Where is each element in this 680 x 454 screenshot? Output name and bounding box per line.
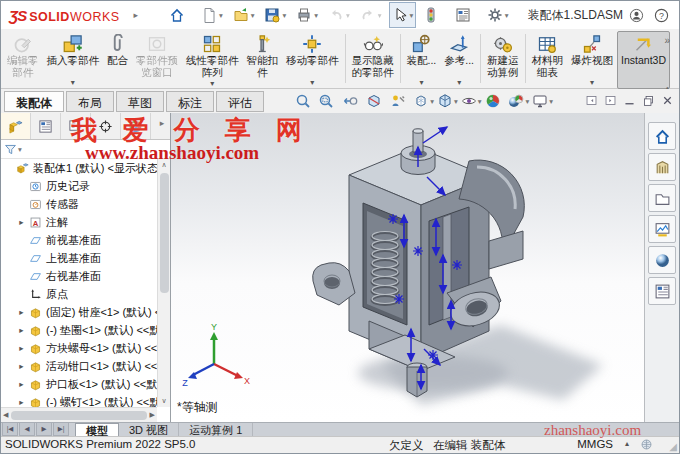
doc-restore-button[interactable] (640, 92, 657, 109)
tab-motionstudy1[interactable]: 运动算例 1 (179, 423, 253, 437)
expander-icon[interactable]: ▸ (16, 307, 27, 317)
dropdown-arrow-icon[interactable]: ▾ (505, 11, 509, 20)
panel-expand-chevron-icon[interactable]: ▸ (156, 118, 168, 128)
view-settings-button[interactable]: ▾ (532, 93, 553, 109)
appearances-button[interactable] (648, 246, 676, 274)
rebuild-button[interactable]: ▾ (420, 2, 448, 28)
pane-previous-button[interactable] (583, 92, 600, 109)
tree-item-assembly-root[interactable]: ▸ 装配体1 (默认) <显示状态- (1, 159, 157, 177)
select-tool-button[interactable]: ▾ (389, 2, 417, 28)
tree-item-right-plane[interactable]: ▸ 右视基准面 (1, 267, 157, 285)
tree-item-screw[interactable]: ▸ (-) 螺钉<1> (默认) <<默 (1, 393, 157, 407)
dropdown-arrow-icon[interactable]: ▾ (210, 79, 214, 89)
tree-item-origin[interactable]: ▸ 原点 (1, 285, 157, 303)
insert-component-button[interactable]: 插入零部件 ▾ (43, 31, 104, 89)
vertical-scroll-thumb[interactable] (160, 173, 169, 293)
horizontal-scroll-thumb[interactable] (11, 411, 146, 420)
tree-horizontal-scrollbar[interactable]: ◀ ▶ (1, 407, 157, 422)
mate-button[interactable]: 配合 ▾ (103, 31, 132, 89)
dropdown-arrow-icon[interactable]: ▾ (454, 97, 458, 106)
edit-component-button[interactable]: 编辑零 部件 ▾ (3, 31, 43, 89)
units-caret-icon[interactable]: ▴ (625, 439, 629, 448)
options-button[interactable]: ▾ (484, 2, 512, 28)
tree-vertical-scrollbar[interactable]: ∧ ∨ (157, 159, 170, 407)
dropdown-arrow-icon[interactable]: ▾ (549, 97, 553, 106)
dropdown-arrow-icon[interactable]: ▾ (71, 78, 75, 88)
expander-icon[interactable]: ▸ (16, 361, 27, 371)
dropdown-arrow-icon[interactable]: ▾ (219, 11, 223, 20)
tree-item-square-nut[interactable]: ▸ 方块螺母<1> (默认) << (1, 339, 157, 357)
filter-funnel-icon[interactable] (4, 143, 17, 156)
dropdown-arrow-icon[interactable]: ▾ (525, 97, 529, 106)
move-component-button[interactable]: 移动零部件 ▾ (282, 31, 343, 89)
dropdown-arrow-icon[interactable]: ▾ (282, 11, 286, 20)
view-palette-button[interactable] (648, 215, 676, 243)
expander-icon[interactable]: ▸ (16, 325, 27, 335)
design-library-button[interactable] (648, 153, 676, 181)
taskpane-home-button[interactable] (648, 122, 676, 150)
dropdown-arrow-icon[interactable]: ▾ (478, 97, 482, 106)
component-preview-button[interactable]: 零部件预 览窗口 ▾ (132, 31, 182, 89)
save-button[interactable]: ▾ (261, 2, 289, 28)
file-properties-button[interactable]: ▾ (452, 2, 480, 28)
graphics-viewport[interactable]: Y X Z *等轴测 (171, 113, 644, 422)
view-orientation-button[interactable]: ▾ (437, 93, 458, 109)
custom-properties-button[interactable] (648, 277, 676, 305)
scroll-down-icon[interactable]: ∨ (161, 395, 166, 407)
dropdown-arrow-icon[interactable]: ▾ (430, 97, 434, 106)
home-button[interactable]: ▾ (166, 2, 194, 28)
open-button[interactable]: ▾ (230, 2, 258, 28)
last-tab-button[interactable]: ▶| (53, 422, 69, 436)
account-button[interactable] (626, 4, 648, 26)
tab-layout[interactable]: 布局 (66, 91, 114, 112)
first-tab-button[interactable]: |◀ (2, 422, 18, 436)
tab-evaluate[interactable]: 评估 (216, 91, 264, 112)
file-explorer-button[interactable] (648, 184, 676, 212)
displaymanager-tab[interactable] (121, 113, 151, 139)
apply-scene-button[interactable]: ▾ (508, 93, 529, 109)
next-tab-button[interactable]: ▶ (36, 422, 52, 436)
doc-close-button[interactable] (659, 92, 676, 109)
dropdown-arrow-icon[interactable]: ▾ (346, 11, 350, 20)
expander-icon[interactable]: ▸ (16, 343, 27, 353)
previous-view-button[interactable]: ▾ (342, 93, 363, 109)
tab-sketch[interactable]: 草图 (116, 91, 164, 112)
tab-model[interactable]: 模型 (75, 423, 119, 437)
globe-icon[interactable] (640, 438, 653, 451)
help-button[interactable]: ? (651, 4, 673, 26)
tree-item-vice-base[interactable]: ▸ (固定) 钳座<1> (默认) < (1, 303, 157, 321)
dropdown-arrow-icon[interactable]: ▾ (251, 11, 255, 20)
new-button[interactable]: ▾ (198, 2, 226, 28)
scroll-left-icon[interactable]: ◀ (3, 411, 8, 419)
propertymanager-tab[interactable] (31, 113, 61, 139)
menu-expand-arrow-icon[interactable]: ▸ (134, 10, 139, 20)
scroll-right-icon[interactable]: ▶ (150, 411, 155, 419)
expander-icon[interactable]: ▸ (16, 217, 27, 227)
edit-appearance-button[interactable]: ▾ (485, 93, 506, 109)
linear-pattern-button[interactable]: 线性零部件 阵列 ▾ (182, 31, 243, 89)
zoom-fit-button[interactable]: ▾ (295, 93, 316, 109)
annotation-view-button[interactable]: ▾ (390, 93, 411, 109)
assembly-features-button[interactable]: 装配... ▾ (403, 31, 441, 89)
expander-icon[interactable]: ▸ (16, 379, 27, 389)
display-style-button[interactable]: ▾ (413, 93, 434, 109)
tab-assembly[interactable]: 装配体 (4, 91, 64, 112)
toolbar-overflow-icon[interactable]: » (664, 35, 671, 46)
tab-markup[interactable]: 标注 (166, 91, 214, 112)
show-hidden-button[interactable]: 显示隐藏 的零部件 ▾ (348, 31, 398, 89)
print-button[interactable]: ▾ (293, 2, 321, 28)
tree-item-front-plane[interactable]: ▸ 前视基准面 (1, 231, 157, 249)
prev-tab-button[interactable]: ◀ (19, 422, 35, 436)
tree-item-jaw-plate[interactable]: ▸ 护口板<1> (默认) <<默 (1, 375, 157, 393)
tree-item-movable-jaw[interactable]: ▸ 活动钳口<1> (默认) << (1, 357, 157, 375)
dropdown-arrow-icon[interactable]: ▾ (378, 11, 382, 20)
doc-minimize-button[interactable] (621, 92, 638, 109)
minimize-button[interactable] (676, 4, 680, 26)
expander-icon[interactable]: ▸ (16, 397, 27, 407)
pane-next-button[interactable] (602, 92, 619, 109)
dropdown-arrow-icon[interactable]: ▾ (457, 78, 461, 88)
zoom-area-button[interactable]: ▾ (318, 93, 339, 109)
smart-fasteners-button[interactable]: 智能扣 件 ▾ (243, 31, 283, 89)
resize-grip[interactable]: ◢ (669, 441, 677, 452)
motion-study-button[interactable]: 新建运 动算例 ▾ (483, 31, 523, 89)
